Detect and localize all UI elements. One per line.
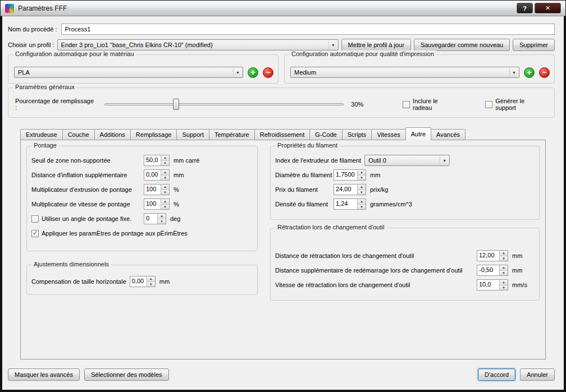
process-name-label: Nom du procédé : [8,26,57,33]
filament-price-spinbox[interactable]: 24,00 ▲▼ [334,184,366,195]
infill-percentage-label: Pourcentage de remplissage : [15,98,97,111]
spin-down-icon[interactable]: ▼ [500,256,508,261]
dialog-footer: Masquer les avancés Sélectionner des mod… [8,368,555,381]
spin-up-icon[interactable]: ▲ [500,251,508,256]
spin-down-icon[interactable]: ▼ [358,190,366,195]
add-material-button[interactable]: + [248,67,258,78]
spin-down-icon[interactable]: ▼ [161,190,169,195]
checkbox-icon: ✓ [403,101,410,108]
filament-diameter-row: Diamètre du filament 1,7500 ▲▼ mm [275,168,535,182]
spin-down-icon[interactable]: ▼ [161,161,169,166]
delete-profile-button[interactable]: Supprimer [513,39,555,51]
infill-slider[interactable] [104,99,344,110]
general-settings-title: Paramètres généraux [13,84,77,90]
profile-select[interactable]: Ender 3 pro_Lio1 "base_Chris Elkins CR-1… [57,39,339,50]
tab-couche[interactable]: Couche [62,129,95,140]
tab-autre[interactable]: Autre [405,127,431,140]
spin-up-icon[interactable]: ▲ [147,276,155,282]
fixed-bridge-angle-row: ✓ Utiliser un angle de pontage fixe. 0 ▲… [31,211,253,226]
material-config-title: Configuration automatique pour le matéri… [13,50,136,57]
toolchange-retraction-distance-spinbox[interactable]: 12,00 ▲▼ [477,250,508,261]
process-name-input[interactable] [61,24,555,35]
tab-additions[interactable]: Additions [94,129,131,140]
toolchange-extra-restart-spinbox[interactable]: -0,50 ▲▼ [477,265,508,276]
remove-material-button[interactable]: − [263,67,273,78]
material-select[interactable]: PLA ▼ [14,67,243,78]
bridge-extrusion-spinbox[interactable]: 100 ▲▼ [144,184,170,195]
spin-up-icon[interactable]: ▲ [500,265,508,271]
generate-support-checkbox[interactable]: ✓ Générer le support [485,98,546,111]
spin-up-icon[interactable]: ▲ [358,185,366,190]
titlebar[interactable]: Paramètres FFF ? ✕ [1,1,565,16]
spin-up-icon[interactable]: ▲ [161,185,169,190]
unit-label: mm [159,278,170,285]
unsupported-area-spinbox[interactable]: 50,0 ▲▼ [144,155,170,166]
generate-support-label: Générer le support [495,98,546,111]
general-settings-group: Paramètres généraux Pourcentage de rempl… [8,87,555,118]
bridge-angle-spinbox[interactable]: 0 ▲▼ [144,213,166,224]
quality-select[interactable]: Medium ▼ [290,67,519,78]
spin-up-icon[interactable]: ▲ [161,155,169,161]
unit-label: grammes/cm^3 [370,201,412,207]
spin-up-icon[interactable]: ▲ [358,170,366,176]
include-raft-label: Inclure le radeau [413,98,458,111]
unit-label: % [174,201,179,207]
spin-down-icon[interactable]: ▼ [147,282,155,287]
update-profile-button[interactable]: Mettre le profil à jour [341,39,411,51]
select-models-button[interactable]: Sélectionner des modèles [84,368,169,381]
apply-bridging-perimeters-checkbox[interactable]: ✓ Appliquer les paramÈtres de pontage au… [31,230,188,237]
profile-label: Choisir un profil : [8,41,54,48]
plus-icon: + [527,68,531,76]
filament-diameter-spinbox[interactable]: 1,7500 ▲▼ [334,169,366,181]
tab-refroidissement[interactable]: Refroidissement [254,129,310,140]
spin-down-icon[interactable]: ▼ [500,285,508,290]
titlebar-buttons: ? ✕ [517,3,561,13]
cancel-button[interactable]: Annuler [520,368,555,381]
tab-vitesses[interactable]: Vitesses [371,129,405,140]
spin-up-icon[interactable]: ▲ [358,199,366,205]
remove-quality-button[interactable]: − [539,67,550,78]
material-config-group: Configuration automatique pour le matéri… [8,54,279,84]
extra-inflation-spinbox[interactable]: 0,00 ▲▼ [144,169,170,181]
spin-up-icon[interactable]: ▲ [161,199,169,205]
slider-track [104,103,344,105]
infill-slider-handle[interactable] [173,99,179,110]
filament-density-spinbox[interactable]: 1,24 ▲▼ [334,199,366,210]
spin-down-icon[interactable]: ▼ [500,271,508,276]
add-quality-button[interactable]: + [524,67,535,78]
tab-remplissage[interactable]: Remplissage [130,129,177,140]
hide-advanced-button[interactable]: Masquer les avancés [8,368,80,381]
spin-up-icon[interactable]: ▲ [158,214,166,219]
profile-row: Choisir un profil : Ender 3 pro_Lio1 "ba… [8,39,555,51]
tab-scripts[interactable]: Scripts [342,129,372,140]
checkbox-icon: ✓ [485,101,492,108]
horizontal-size-compensation-row: Compensation de taille horizontale 0,00 … [31,274,253,289]
help-button[interactable]: ? [517,3,533,13]
save-as-new-profile-button[interactable]: Sauvegarder comme nouveau [414,39,510,51]
filament-toolhead-select[interactable]: Outil 0 ▼ [364,155,450,166]
ok-button[interactable]: D'accord [478,368,515,381]
spin-down-icon[interactable]: ▼ [358,205,366,210]
spin-down-icon[interactable]: ▼ [161,176,169,181]
tab-avances[interactable]: Avancés [431,129,465,140]
tab-extrudeuse[interactable]: Extrudeuse [20,129,63,140]
close-button[interactable]: ✕ [535,3,561,13]
spin-down-icon[interactable]: ▼ [161,205,169,210]
chevron-down-icon: ▼ [233,68,242,77]
spin-down-icon[interactable]: ▼ [358,176,366,181]
include-raft-checkbox[interactable]: ✓ Inclure le radeau [403,98,458,111]
toolchange-retraction-group: Rétractation lors de changement d'outil … [270,228,540,301]
spin-up-icon[interactable]: ▲ [161,170,169,176]
horizontal-size-compensation-spinbox[interactable]: 0,00 ▲▼ [130,276,156,287]
spin-down-icon[interactable]: ▼ [158,219,166,224]
tab-support[interactable]: Support [176,129,209,140]
filament-density-row: Densité du filament 1,24 ▲▼ grammes/cm^3 [275,197,535,211]
spin-up-icon[interactable]: ▲ [500,280,508,285]
filament-properties-title: Propriétés du filament [275,142,340,149]
bridge-speed-spinbox[interactable]: 100 ▲▼ [144,199,170,210]
tab-temperature[interactable]: Température [209,129,255,140]
toolchange-retraction-speed-spinbox[interactable]: 10,0 ▲▼ [477,279,508,290]
bridging-title: Pontage [31,142,59,149]
fixed-bridge-angle-checkbox[interactable]: ✓ Utiliser un angle de pontage fixe. [31,215,144,223]
tab-gcode[interactable]: G-Code [309,129,343,140]
